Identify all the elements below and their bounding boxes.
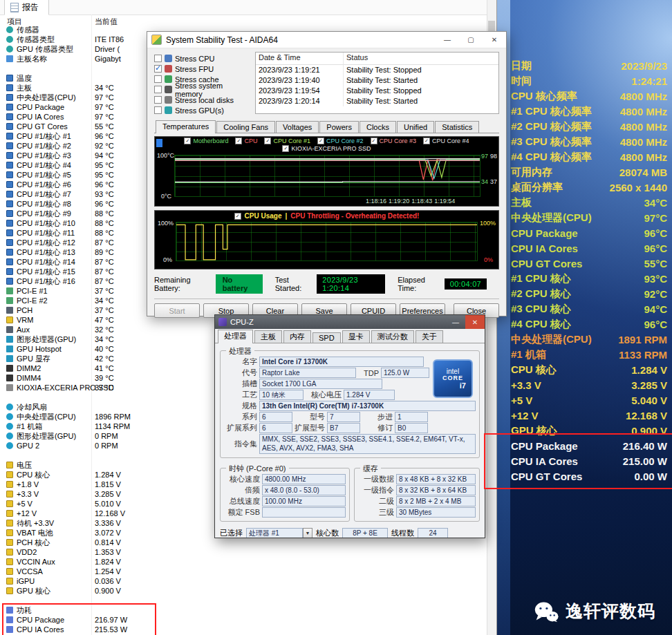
log-status: Stability Test: Stopped (344, 86, 498, 96)
mem-icon (6, 375, 13, 381)
clock-label: 核心速度 (224, 474, 260, 484)
legend-checkbox[interactable]: ✓ (317, 138, 324, 144)
tab-unified[interactable]: Unified (397, 121, 434, 133)
report-row[interactable]: GPU 核心0.900 V (0, 586, 487, 596)
legend-checkbox[interactable]: ✓ (184, 138, 191, 144)
legend-item[interactable]: ✓CPU (235, 138, 257, 144)
checkbox-unchecked[interactable] (154, 106, 162, 114)
start-button[interactable]: Start (154, 303, 200, 318)
cpuz-tab[interactable]: 关于 (416, 330, 443, 343)
legend-checkbox[interactable]: ✓ (423, 138, 430, 144)
processor-select[interactable]: 处理器 #1 ▼ (246, 528, 312, 538)
watermark-text: 逸轩评数码 (566, 600, 655, 623)
tab-report[interactable]: 报告 (4, 0, 49, 15)
checkbox-unchecked[interactable] (154, 55, 162, 62)
stress-option[interactable]: Stress CPU (154, 53, 250, 64)
log-row[interactable]: 2023/9/23 1:20:14Stability Test: Started (256, 96, 498, 106)
temp-icon (6, 181, 13, 188)
legend-checkbox[interactable]: ✓ (235, 138, 242, 144)
report-item-value: 1.254 V (95, 567, 121, 576)
tab-clocks[interactable]: Clocks (360, 121, 396, 133)
cpuz-tab[interactable]: 内存 (283, 330, 311, 343)
sensor-label: CPU GT Cores (511, 471, 582, 482)
tab-powers[interactable]: Powers (319, 121, 359, 133)
log-row[interactable]: 2023/9/23 1:19:40Stability Test: Started (256, 75, 498, 86)
stress-option[interactable]: Stress FPU (154, 64, 250, 74)
sensor-panel-row: CPU IA Cores215.00 W (511, 453, 667, 468)
report-row[interactable]: PCH 核心0.814 V (0, 538, 487, 547)
report-row[interactable]: iGPU0.036 V (0, 576, 487, 586)
cpuz-tab[interactable]: 显卡 (342, 330, 370, 343)
volt-icon (6, 471, 13, 478)
sensor-panel-row: CPU IA Cores96°C (511, 240, 667, 256)
log-row[interactable]: 2023/9/23 1:19:21Stability Test: Stopped (256, 65, 498, 75)
close-icon[interactable]: ✕ (465, 315, 485, 329)
close-icon[interactable]: ✕ (483, 32, 506, 48)
volt-icon (6, 520, 13, 527)
checkbox-unchecked[interactable] (154, 75, 162, 83)
minimize-button[interactable]: — (436, 32, 459, 48)
log-row[interactable]: 2023/9/23 1:19:54Stability Test: Stopped (256, 86, 498, 96)
report-row[interactable]: VDD21.353 V (0, 547, 487, 557)
cpuz-tab[interactable]: 测试分数 (371, 330, 414, 343)
cpuz-titlebar[interactable]: CPU-Z — ✕ (215, 315, 485, 329)
clock-value: 100.00 MHz (262, 496, 346, 506)
tab-temperatures[interactable]: Temperatures (156, 120, 216, 133)
sensor-label: +3.3 V (511, 379, 541, 391)
stress-option[interactable]: Stress system memory (154, 84, 250, 95)
checkbox-unchecked[interactable] (154, 86, 162, 93)
sensor-panel-row: #1 CPU 核心频率4800 MHz (511, 104, 667, 119)
report-row[interactable]: CPU Package216.97 W (0, 615, 487, 625)
report-section-row[interactable]: 功耗 (0, 605, 487, 615)
minimize-button[interactable]: — (446, 315, 465, 329)
tab-statistics[interactable]: Statistics (435, 121, 479, 133)
tdp-field: 125.0 W (381, 368, 429, 378)
report-item-label: +12 V (17, 509, 37, 518)
log-column-status[interactable]: Status (344, 53, 498, 64)
stress-option[interactable]: Stress GPU(s) (154, 105, 250, 115)
temp-icon (6, 133, 13, 140)
report-item-value: 88 °C (95, 209, 114, 218)
legend-checkbox[interactable]: ✓ (264, 138, 271, 144)
stress-label: Stress CPU (175, 55, 214, 63)
legend-item[interactable]: ✓CPU Core #1 (264, 138, 310, 144)
report-item-value: 88 °C (95, 229, 114, 237)
legend-checkbox[interactable]: ✓ (371, 138, 377, 144)
report-row[interactable]: VCCIN Aux1.824 V (0, 557, 487, 567)
checkbox-checked[interactable] (154, 65, 162, 73)
cpuz-tab[interactable]: SPD (312, 332, 341, 343)
tab-voltages[interactable]: Voltages (276, 121, 319, 133)
ext-model-label: 扩展型号 (295, 423, 325, 433)
sensor-label: #1 CPU 核心频率 (511, 105, 592, 118)
report-row[interactable]: CPU IA Cores215.53 W (0, 625, 487, 634)
cpuz-tab[interactable]: 处理器 (218, 330, 253, 343)
legend-item[interactable]: ✓KIOXIA-EXCERIA PRO SSD (282, 145, 371, 152)
spec-label: 规格 (224, 401, 257, 411)
legend-checkbox[interactable]: ✓ (282, 145, 289, 152)
report-item-label: CPU #1/核心 #16 (17, 276, 75, 287)
sensor-label: #4 CPU 核心 (511, 318, 571, 331)
maximize-button[interactable]: ▢ (459, 32, 483, 48)
report-row[interactable]: VCCSA1.254 V (0, 567, 487, 576)
chevron-down-icon[interactable]: ▼ (303, 528, 312, 538)
legend-item[interactable]: ✓CPU Core #4 (423, 138, 469, 144)
legend-item[interactable]: ✓Motherboard (184, 138, 228, 144)
checkbox-unchecked[interactable] (154, 96, 162, 104)
tab-cooling-fans[interactable]: Cooling Fans (216, 121, 275, 133)
cache-row: 一级数据8 x 48 KB + 8 x 32 KB (358, 474, 476, 484)
sensor-panel-row: #4 CPU 核心96°C (511, 316, 667, 332)
log-column-datetime[interactable]: Date & Time (256, 53, 344, 64)
clock-value (262, 507, 346, 518)
stability-titlebar[interactable]: System Stability Test - AIDA64 — ▢ ✕ (147, 32, 506, 48)
window-title: System Stability Test - AIDA64 (166, 35, 278, 45)
fan-icon (6, 404, 13, 410)
report-item-value: 89 °C (95, 248, 114, 256)
graph-slider[interactable] (156, 139, 162, 147)
legend-item[interactable]: ✓CPU Core #3 (371, 138, 417, 144)
cpuz-tab[interactable]: 主板 (254, 330, 282, 343)
legend-checkbox[interactable]: ✓ (234, 213, 241, 220)
cores-field: 8P + 8E (342, 528, 388, 538)
legend-item[interactable]: ✓CPU Core #2 (317, 138, 364, 144)
board-icon (6, 55, 13, 62)
volt-icon (6, 558, 13, 565)
